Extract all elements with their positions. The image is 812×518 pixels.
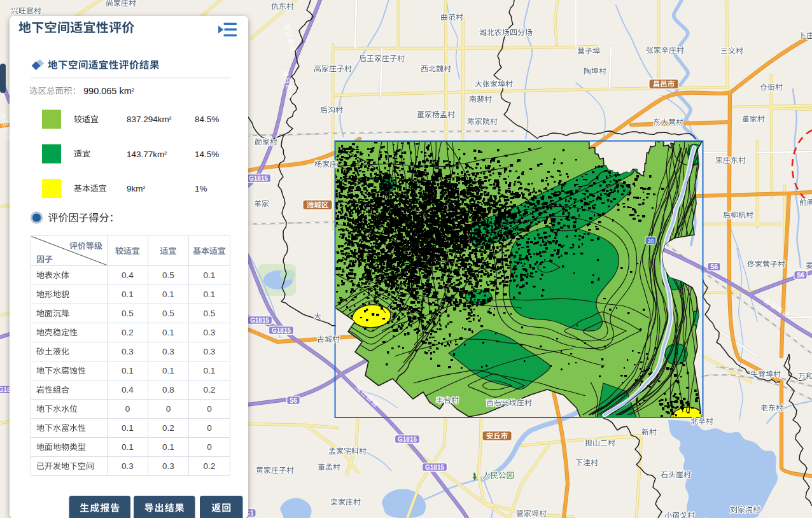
svg-text:S6: S6	[797, 272, 805, 279]
svg-text:0.1: 0.1	[162, 290, 174, 299]
svg-text:G1815: G1815	[398, 436, 417, 443]
svg-text:0.2: 0.2	[122, 328, 134, 337]
svg-text:0.4: 0.4	[122, 385, 134, 395]
svg-text:S6: S6	[290, 397, 298, 404]
svg-text:0.1: 0.1	[162, 366, 174, 375]
svg-text:0.5: 0.5	[204, 309, 216, 318]
svg-text:0.4: 0.4	[122, 270, 134, 280]
svg-text:0.1: 0.1	[122, 442, 134, 452]
svg-text:0.8: 0.8	[162, 385, 174, 395]
svg-text:0: 0	[207, 442, 212, 452]
svg-text:0: 0	[125, 404, 130, 414]
svg-text:0.1: 0.1	[204, 366, 216, 375]
svg-text:990.065 km²: 990.065 km²	[83, 86, 134, 96]
svg-text:G18: G18	[0, 386, 11, 393]
svg-text:837.294km²: 837.294km²	[127, 115, 172, 124]
svg-text:0.3: 0.3	[122, 461, 134, 471]
svg-text:1%: 1%	[195, 184, 207, 193]
svg-text:0: 0	[207, 423, 212, 433]
svg-text:G1815: G1815	[425, 464, 444, 471]
svg-text:0: 0	[166, 404, 171, 414]
svg-text:143.77km²: 143.77km²	[127, 150, 167, 159]
svg-text:0.1: 0.1	[162, 442, 174, 452]
svg-text:0.1: 0.1	[204, 270, 216, 280]
svg-text:0.2: 0.2	[204, 385, 216, 395]
svg-text:0.1: 0.1	[122, 366, 134, 375]
svg-text:20: 20	[648, 238, 654, 244]
svg-text:0.3: 0.3	[204, 328, 216, 337]
svg-text:0.1: 0.1	[204, 290, 216, 299]
svg-text:G1815: G1815	[272, 327, 291, 334]
svg-text:0.3: 0.3	[162, 461, 174, 471]
svg-text:0.3: 0.3	[122, 347, 134, 356]
svg-text:0.1: 0.1	[122, 290, 134, 299]
svg-text:S6: S6	[710, 263, 718, 270]
svg-text:0.2: 0.2	[204, 461, 216, 471]
svg-text:84.5%: 84.5%	[195, 115, 219, 124]
svg-text:9km²: 9km²	[127, 184, 146, 193]
svg-text:0.1: 0.1	[122, 423, 134, 433]
svg-text:0.5: 0.5	[162, 270, 174, 280]
svg-text:0.3: 0.3	[162, 347, 174, 356]
svg-text:0: 0	[207, 404, 212, 414]
svg-text:0.5: 0.5	[122, 309, 134, 318]
svg-text:0.5: 0.5	[162, 309, 174, 318]
svg-text:G1815: G1815	[250, 317, 269, 324]
svg-text:0.2: 0.2	[162, 423, 174, 433]
svg-text:0.3: 0.3	[204, 347, 216, 356]
svg-text:0.1: 0.1	[162, 328, 174, 337]
svg-text:14.5%: 14.5%	[195, 150, 219, 159]
svg-text:G1815: G1815	[249, 175, 268, 182]
